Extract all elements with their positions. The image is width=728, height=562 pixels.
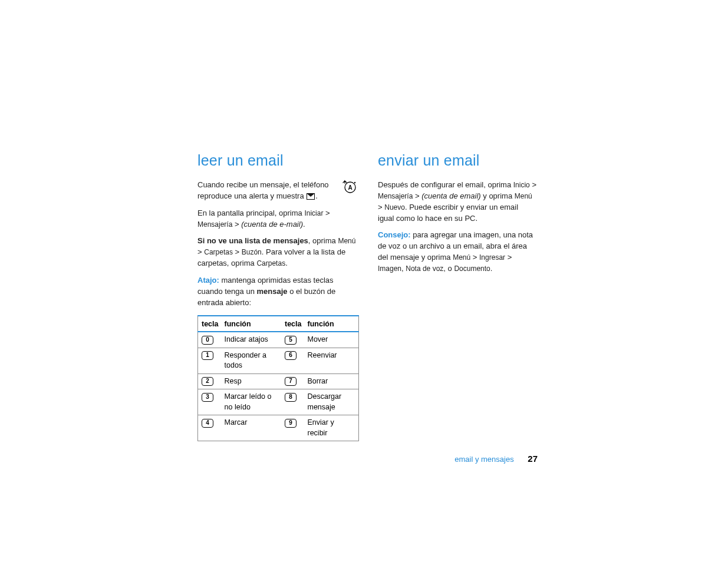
paragraph-no-messages: Si no ve una lista de mensajes, oprima M… — [197, 236, 357, 269]
key-icon: 1 — [202, 351, 213, 360]
menu-nota-de-voz: Nota de voz — [406, 265, 443, 273]
text: , o — [443, 264, 454, 273]
envelope-icon — [307, 193, 315, 200]
text-bold: Si no ve una lista de mensajes — [197, 236, 308, 245]
table-row: 0 Indicar atajos 5 Mover — [198, 332, 359, 348]
paragraph-open-messaging: En la pantalla principal, oprima Iniciar… — [197, 208, 357, 230]
key-icon: 7 — [285, 377, 297, 386]
func-text: Marcar leído o no leído — [221, 389, 282, 415]
text: > — [233, 247, 242, 256]
paragraph-tip: Consejo: para agregar una imagen, una no… — [378, 230, 536, 274]
menu-documento: Documento — [454, 265, 490, 273]
right-column: enviar un email Después de configurar el… — [378, 152, 536, 441]
account-placeholder: (cuenta de email) — [421, 191, 480, 200]
key-icon: 2 — [202, 377, 213, 386]
func-text: Resp — [221, 373, 282, 389]
func-text: Borrar — [304, 373, 359, 389]
text: > — [505, 253, 512, 262]
menu-buzon: Buzón — [242, 248, 262, 256]
key-icon: 0 — [202, 336, 213, 345]
menu-iniciar: Iniciar — [304, 209, 323, 217]
col-tecla-1: tecla — [198, 316, 221, 332]
text: > — [323, 209, 330, 217]
svg-text:A: A — [348, 184, 352, 191]
text: . — [303, 220, 305, 229]
section-name: email y mensajes — [454, 455, 513, 464]
page-footer: email y mensajes 27 — [454, 454, 538, 464]
func-text: Mover — [304, 332, 359, 348]
func-text: Enviar y recibir — [304, 415, 359, 441]
col-tecla-2: tecla — [281, 316, 304, 332]
page-content: leer un email A Cuando recibe un mensaje… — [197, 152, 536, 441]
paragraph-send-instructions: Después de configurar el email, oprima I… — [378, 180, 536, 224]
heading-send-email: enviar un email — [378, 152, 536, 169]
two-column-layout: leer un email A Cuando recibe un mensaje… — [197, 152, 536, 441]
func-text: Reenviar — [304, 348, 359, 373]
text: . — [490, 264, 493, 273]
table-row: 1 Responder a todos 6 Reenviar — [198, 348, 359, 373]
text: . — [285, 259, 288, 267]
text: > — [232, 220, 241, 229]
text: , oprima — [308, 236, 338, 245]
menu-imagen: Imagen — [378, 265, 401, 273]
svg-point-2 — [354, 182, 355, 183]
key-icon: 6 — [285, 351, 297, 360]
menu-menu: Menú — [338, 237, 355, 245]
text: > — [530, 180, 536, 189]
key-icon: 9 — [285, 419, 297, 428]
text: . — [315, 191, 318, 200]
func-text: Indicar atajos — [221, 332, 282, 348]
heading-read-email: leer un email — [197, 152, 357, 169]
table-row: 4 Marcar 9 Enviar y recibir — [198, 415, 359, 441]
shortcuts-table: tecla función tecla función 0 Indicar at… — [197, 315, 359, 441]
menu-nuevo: Nuevo — [384, 203, 405, 211]
menu-carpetas-2: Carpetas — [256, 259, 285, 267]
text: En la pantalla principal, oprima — [197, 209, 304, 217]
func-text: Marcar — [221, 415, 282, 441]
text: > — [197, 247, 204, 256]
menu-menu: Menú — [453, 253, 470, 262]
text: y oprima — [481, 191, 515, 200]
page-number: 27 — [528, 454, 538, 464]
text-bold: mensaje — [256, 287, 287, 296]
func-text: Responder a todos — [221, 348, 282, 373]
label-atajo: Atajo: — [197, 276, 219, 285]
paragraph-alert: Cuando recibe un mensaje, el teléfono re… — [197, 180, 357, 202]
menu-mensajeria: Mensajería — [197, 220, 232, 229]
text: > — [378, 203, 384, 211]
text: > — [470, 253, 479, 262]
key-icon: 5 — [285, 336, 297, 345]
label-consejo: Consejo: — [378, 230, 411, 239]
table-row: 2 Resp 7 Borrar — [198, 373, 359, 389]
text: Después de configurar el email, oprima — [378, 180, 513, 189]
menu-carpetas: Carpetas — [204, 248, 233, 256]
menu-mensajeria: Mensajería — [378, 192, 413, 200]
table-row: 3 Marcar leído o no leído 8 Descargar me… — [198, 389, 359, 415]
menu-inicio: Inicio — [513, 181, 530, 189]
key-icon: 4 — [202, 419, 213, 428]
account-placeholder: (cuenta de e-mail) — [241, 220, 303, 229]
key-icon: 3 — [202, 393, 213, 402]
text: > — [413, 191, 421, 200]
paragraph-shortcut-intro: Atajo: mantenga oprimidas estas teclas c… — [197, 275, 357, 309]
menu-ingresar: Ingresar — [479, 253, 505, 262]
menu-menu: Menú — [515, 192, 532, 200]
func-text: Descargar mensaje — [304, 389, 359, 415]
col-funcion-2: función — [304, 316, 359, 332]
left-column: leer un email A Cuando recibe un mensaje… — [197, 152, 357, 441]
key-icon: 8 — [285, 393, 297, 402]
col-funcion-1: función — [221, 316, 282, 332]
feature-badge-icon: A — [339, 180, 357, 196]
